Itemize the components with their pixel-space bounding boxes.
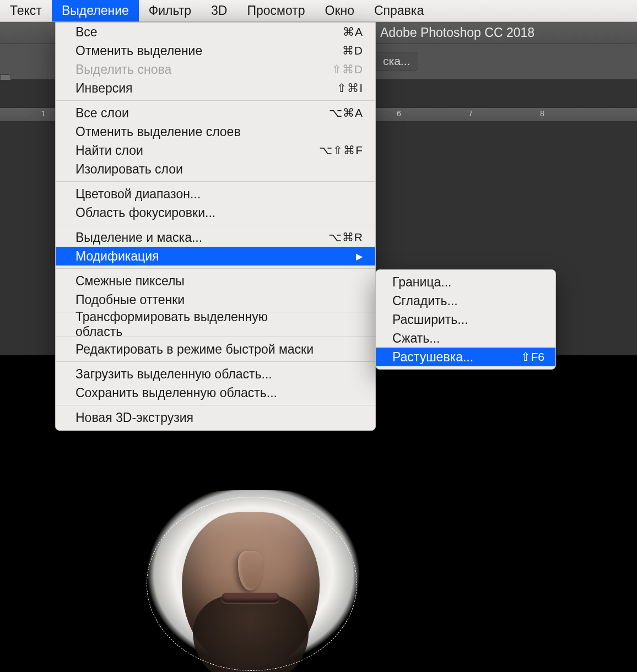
submenu-item-label: Сгладить... [392, 294, 458, 308]
menu-window[interactable]: Окно [315, 0, 364, 21]
submenu-item[interactable]: Граница... [376, 273, 555, 291]
menu-item[interactable]: Трансформировать выделенную область [56, 315, 375, 334]
menu-item-label: Новая 3D-экструзия [75, 410, 193, 425]
menu-item-shortcut: ⌥⌘A [314, 106, 363, 120]
menu-item-label: Отменить выделение слоев [75, 124, 241, 139]
menu-selection[interactable]: Выделение [52, 0, 139, 21]
menu-view[interactable]: Просмотр [237, 0, 315, 21]
menu-item[interactable]: Загрузить выделенную область... [56, 365, 375, 383]
menu-item[interactable]: Смежные пикселы [56, 272, 375, 290]
menu-item[interactable]: Отменить выделение слоев [56, 122, 375, 141]
menu-item[interactable]: Подобные оттенки [56, 290, 375, 309]
menu-item[interactable]: Выделение и маска...⌥⌘R [56, 228, 375, 247]
submenu-arrow-icon: ▶ [314, 251, 363, 262]
menu-item[interactable]: Цветовой диапазон... [56, 185, 375, 203]
ruler-tick: 1 [41, 109, 46, 118]
submenu-item-shortcut: ⇧F6 [521, 350, 544, 364]
menu-item[interactable]: Инверсия⇧⌘I [56, 79, 375, 97]
menu-help[interactable]: Справка [364, 0, 434, 21]
menu-item-label: Загрузить выделенную область... [75, 367, 272, 382]
menu-item-shortcut: ⌘A [314, 25, 363, 39]
menu-item-shortcut: ⌘D [314, 44, 363, 57]
menu-item[interactable]: Сохранить выделенную область... [56, 383, 375, 402]
menu-item-shortcut: ⌥⇧⌘F [314, 144, 363, 157]
menu-item-shortcut: ⇧⌘D [314, 63, 363, 76]
menubar: Текст Выделение Фильтр 3D Просмотр Окно … [0, 0, 637, 22]
ruler-tick: 6 [397, 109, 401, 118]
menu-item-label: Найти слои [75, 143, 143, 158]
menu-item-label: Выделение и маска... [75, 230, 202, 245]
menu-item-label: Редактировать в режиме быстрой маски [75, 342, 314, 357]
menu-item[interactable]: Область фокусировки... [56, 203, 375, 222]
menu-item-label: Смежные пикселы [75, 274, 185, 289]
menu-item-label: Инверсия [75, 81, 133, 96]
selection-marquee [147, 497, 357, 671]
option-button[interactable]: ска... [375, 52, 418, 71]
submenu-item-label: Граница... [392, 275, 451, 290]
menu-3d[interactable]: 3D [201, 0, 237, 21]
menu-item-label: Модификация [75, 249, 159, 264]
submenu-item[interactable]: Расширить... [376, 310, 555, 329]
menu-item-label: Все слои [75, 106, 129, 121]
ruler-tick: 8 [540, 109, 544, 118]
menu-filter[interactable]: Фильтр [139, 0, 201, 21]
menu-item[interactable]: Все⌘A [56, 23, 375, 41]
submenu-item[interactable]: Сгладить... [376, 291, 555, 310]
menu-item[interactable]: Все слои⌥⌘A [56, 104, 375, 122]
submenu-item[interactable]: Сжать... [376, 329, 555, 348]
menu-item-label: Цветовой диапазон... [75, 187, 201, 202]
menu-text[interactable]: Текст [0, 0, 52, 21]
menu-item-label: Изолировать слои [75, 162, 183, 177]
ruler-tick: 7 [468, 109, 473, 118]
modify-submenu: Граница...Сгладить...Расширить...Сжать..… [375, 269, 556, 370]
menu-item-label: Область фокусировки... [75, 205, 215, 220]
menu-item[interactable]: Отменить выделение⌘D [56, 41, 375, 60]
menu-item[interactable]: Найти слои⌥⇧⌘F [56, 141, 375, 160]
menu-item-label: Отменить выделение [75, 44, 202, 58]
menu-item-label: Трансформировать выделенную область [75, 310, 314, 339]
submenu-item-label: Сжать... [392, 331, 440, 346]
menu-item: Выделить снова⇧⌘D [56, 60, 375, 79]
menu-item[interactable]: Изолировать слои [56, 160, 375, 178]
menu-item-shortcut: ⌥⌘R [314, 231, 363, 244]
menu-item[interactable]: Редактировать в режиме быстрой маски [56, 340, 375, 359]
app-title: Adobe Photoshop CC 2018 [380, 25, 535, 40]
submenu-item-label: Расширить... [392, 312, 468, 327]
menu-item-label: Все [75, 25, 98, 40]
menu-item-label: Сохранить выделенную область... [75, 386, 277, 400]
menu-item-label: Подобные оттенки [75, 292, 185, 307]
submenu-item-label: Растушевка... [392, 350, 473, 365]
menu-item[interactable]: Новая 3D-экструзия [56, 408, 375, 427]
menu-item-label: Выделить снова [75, 62, 171, 77]
selection-menu-dropdown: Все⌘AОтменить выделение⌘DВыделить снова⇧… [55, 22, 376, 431]
menu-item-shortcut: ⇧⌘I [314, 82, 363, 95]
submenu-item[interactable]: Растушевка...⇧F6 [376, 348, 555, 366]
menu-item[interactable]: Модификация▶ [56, 247, 375, 265]
